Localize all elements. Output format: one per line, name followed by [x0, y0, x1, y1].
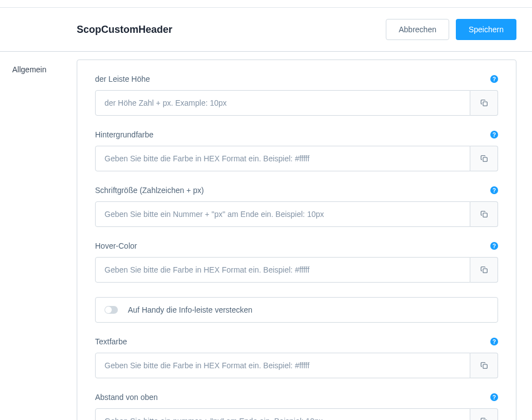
help-icon[interactable]: ? [490, 131, 498, 139]
field-label-row: Textfarbe ? [95, 337, 498, 346]
field-hover-color: Hover-Color ? [95, 241, 498, 283]
input-group [95, 146, 498, 171]
cancel-button[interactable]: Abbrechen [386, 19, 449, 40]
input-group [95, 90, 498, 116]
svg-rect-2 [483, 213, 487, 217]
copy-button[interactable] [470, 408, 498, 420]
field-label: Abstand von oben [95, 393, 158, 402]
field-label: der Leiste Höhe [95, 75, 150, 83]
copy-icon [480, 98, 489, 107]
topbar-strip [0, 0, 532, 8]
field-label-row: der Leiste Höhe ? [95, 75, 498, 83]
page-title: ScopCustomHeader [77, 24, 172, 36]
input-group [95, 257, 498, 283]
top-margin-input[interactable] [95, 408, 470, 420]
field-label-row: Schriftgröße (Zahlzeichen + px) ? [95, 186, 498, 195]
sidebar-tab-general[interactable]: Allgemein [12, 65, 77, 74]
toggle-knob [105, 307, 112, 313]
help-icon[interactable]: ? [490, 242, 498, 250]
font-size-input[interactable] [95, 201, 470, 227]
field-label: Schriftgröße (Zahlzeichen + px) [95, 186, 204, 195]
copy-button[interactable] [470, 353, 498, 378]
copy-icon [480, 210, 489, 219]
help-icon[interactable]: ? [490, 75, 498, 83]
svg-rect-3 [483, 269, 487, 273]
field-hide-mobile: Auf Handy die Info-leiste verstecken [95, 297, 498, 323]
input-group [95, 353, 498, 378]
input-group [95, 408, 498, 420]
input-group [95, 201, 498, 227]
layout: Allgemein der Leiste Höhe ? Hi [0, 52, 532, 420]
header-actions: Abbrechen Speichern [386, 19, 516, 40]
save-button[interactable]: Speichern [456, 19, 516, 40]
svg-rect-1 [483, 157, 487, 161]
copy-icon [480, 417, 489, 420]
sidebar: Allgemein [0, 52, 77, 420]
toggle-label: Auf Handy die Info-leiste verstecken [128, 305, 252, 314]
copy-icon [480, 265, 489, 274]
field-label-row: Abstand von oben ? [95, 393, 498, 402]
field-background-color: Hintergrundfarbe ? [95, 130, 498, 171]
field-font-size: Schriftgröße (Zahlzeichen + px) ? [95, 186, 498, 227]
field-top-margin: Abstand von oben ? [95, 393, 498, 420]
svg-rect-4 [483, 364, 487, 368]
copy-button[interactable] [470, 257, 498, 283]
height-input[interactable] [95, 90, 470, 116]
settings-card: der Leiste Höhe ? Hintergrundfarbe ? [77, 60, 516, 420]
field-label: Hover-Color [95, 241, 137, 250]
hover-color-input[interactable] [95, 257, 470, 283]
main-content: der Leiste Höhe ? Hintergrundfarbe ? [77, 52, 532, 420]
svg-rect-0 [483, 102, 487, 106]
hide-mobile-toggle[interactable] [105, 306, 118, 314]
help-icon[interactable]: ? [490, 186, 498, 194]
page-header: ScopCustomHeader Abbrechen Speichern [0, 8, 532, 52]
help-icon[interactable]: ? [490, 338, 498, 345]
copy-button[interactable] [470, 90, 498, 116]
text-color-input[interactable] [95, 353, 470, 378]
copy-button[interactable] [470, 146, 498, 171]
background-color-input[interactable] [95, 146, 470, 171]
field-height: der Leiste Höhe ? [95, 75, 498, 116]
copy-icon [480, 154, 489, 163]
field-label: Textfarbe [95, 337, 127, 346]
copy-icon [480, 361, 489, 370]
copy-button[interactable] [470, 201, 498, 227]
help-icon[interactable]: ? [490, 393, 498, 401]
field-label-row: Hover-Color ? [95, 241, 498, 250]
field-label: Hintergrundfarbe [95, 130, 153, 139]
field-label-row: Hintergrundfarbe ? [95, 130, 498, 139]
field-text-color: Textfarbe ? [95, 337, 498, 378]
toggle-row: Auf Handy die Info-leiste verstecken [95, 297, 498, 323]
